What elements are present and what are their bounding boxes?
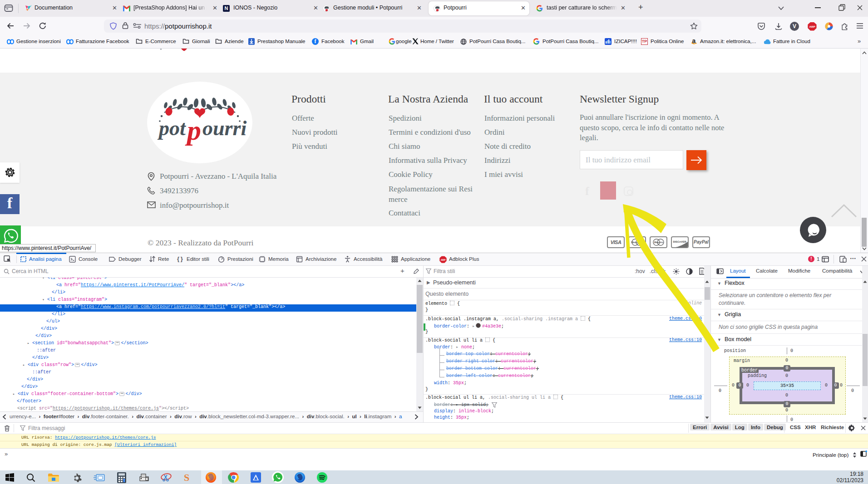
svg-text:DISC●VER: DISC●VER — [673, 240, 687, 243]
svg-text:pot: pot — [157, 117, 186, 140]
svg-text:ABP: ABP — [809, 25, 815, 28]
svg-text:Maestro: Maestro — [654, 241, 663, 244]
svg-text:p: p — [185, 115, 201, 146]
svg-text:MasterCard: MasterCard — [631, 241, 645, 244]
svg-text:ABP: ABP — [441, 259, 446, 261]
svg-text:ourri: ourri — [202, 117, 247, 140]
